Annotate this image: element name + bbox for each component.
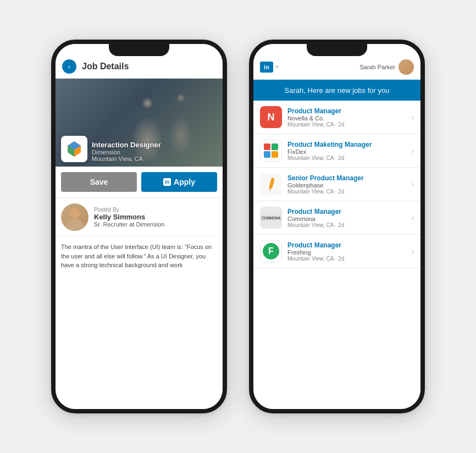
company-logo-commona: COMMONA [260, 207, 282, 229]
commona-logo-text: COMMONA [260, 215, 282, 221]
linkedin-tm: ™ [274, 65, 279, 70]
company-logo [61, 136, 87, 162]
job-item[interactable]: F Product Manager Freshing Mountain View… [253, 235, 420, 268]
job-company: Dimension [92, 149, 161, 156]
posted-by-label: Posted By [94, 207, 164, 213]
dimension-logo-icon [65, 140, 83, 158]
job-description: The mantra of the User Interface (UI) te… [56, 237, 223, 409]
job-hero-image: Interaction Designer Dimension Mountain … [56, 79, 223, 167]
job-item[interactable]: N Product Manager Novella & Co. Mountain… [253, 101, 420, 134]
avatar-body [66, 219, 84, 231]
job-title-2: Product Maketing Manager [287, 141, 406, 148]
job-info-3: Senior Product Manager Goldenphase Mount… [287, 174, 406, 195]
job-info-1: Product Manager Novella & Co. Mountain V… [287, 107, 406, 128]
right-phone: in ™ Sarah Parker Sarah, Here are new jo… [249, 40, 425, 413]
apply-label: Apply [174, 178, 195, 186]
phone-notch [109, 44, 169, 56]
fixdex-grid-icon [264, 143, 278, 158]
job-item[interactable]: COMMONA Product Manager Commona Mountain… [253, 201, 420, 235]
job-company-5: Freshing [287, 249, 406, 256]
jobs-list: N Product Manager Novella & Co. Mountain… [253, 101, 420, 409]
job-info-2: Product Maketing Manager FixDex Mountain… [287, 141, 406, 161]
company-logo-freshing: F [260, 240, 282, 262]
job-title: Interaction Designer [92, 141, 161, 149]
page-title: Job Details [82, 62, 129, 71]
left-phone-screen: ‹ Job Details Interaction Designer Dimen… [56, 44, 223, 409]
save-button[interactable]: Save [61, 172, 137, 192]
job-company-4: Commona [287, 216, 406, 222]
svg-rect-4 [269, 178, 275, 189]
job-company-2: FixDex [287, 148, 406, 155]
novella-logo-text: N [268, 112, 275, 123]
recruiter-name: Kelly Simmons [94, 213, 164, 221]
chevron-icon-3: › [411, 180, 414, 189]
job-location-5: Mountain View, CA · 2d [287, 256, 406, 262]
job-company-1: Novella & Co. [287, 115, 406, 121]
posted-by-section: Posted By Kelly Simmons Sr. Recruiter at… [56, 198, 223, 237]
linkedin-logo-box: in [260, 62, 273, 73]
user-name: Sarah Parker [359, 64, 395, 70]
job-company-3: Goldenphase [287, 182, 406, 189]
jobs-banner: Sarah, Here are new jobs for you [253, 80, 420, 101]
goldenphase-icon [263, 176, 279, 192]
job-title-4: Product Manager [287, 208, 406, 216]
recruiter-avatar [61, 203, 88, 231]
job-title-3: Senior Product Manager [287, 174, 406, 182]
back-button[interactable]: ‹ [62, 59, 76, 74]
job-info-5: Product Manager Freshing Mountain View, … [287, 241, 406, 262]
user-avatar[interactable] [398, 59, 414, 75]
banner-text: Sarah, Here are new jobs for you [285, 86, 390, 95]
linkedin-logo: in ™ [260, 62, 279, 73]
right-phone-screen: in ™ Sarah Parker Sarah, Here are new jo… [253, 44, 420, 409]
phone-notch-right [307, 44, 367, 56]
recruiter-title: Sr. Recruiter at Dimension [94, 221, 164, 228]
job-location-4: Mountain View, CA · 2d [287, 222, 406, 228]
company-logo-fixdex [260, 140, 282, 162]
avatar-face [69, 208, 80, 219]
svg-marker-5 [269, 189, 271, 191]
job-location-2: Mountain View, CA · 2d [287, 155, 406, 161]
chevron-icon-4: › [411, 213, 414, 222]
company-logo-novella: N [260, 106, 282, 128]
left-phone: ‹ Job Details Interaction Designer Dimen… [51, 40, 227, 413]
job-title-5: Product Manager [287, 241, 406, 249]
back-icon: ‹ [68, 64, 70, 70]
freshing-logo-f: F [263, 243, 279, 259]
company-logo-goldenphase [260, 173, 282, 195]
linkedin-apply-icon: in [163, 178, 171, 186]
linkedin-logo-text: in [264, 64, 269, 70]
job-item[interactable]: Senior Product Manager Goldenphase Mount… [253, 168, 420, 201]
job-title-1: Product Manager [287, 107, 406, 115]
chevron-icon-1: › [411, 113, 414, 121]
job-item[interactable]: Product Maketing Manager FixDex Mountain… [253, 134, 420, 168]
job-location-3: Mountain View, CA · 2d [287, 189, 406, 195]
job-location: Mountain View, CA [92, 156, 161, 162]
chevron-icon-2: › [411, 146, 414, 155]
chevron-icon-5: › [411, 247, 414, 256]
job-title-overlay: Interaction Designer Dimension Mountain … [92, 141, 161, 162]
action-buttons-bar: Save in Apply [56, 167, 223, 198]
user-info: Sarah Parker [359, 59, 414, 75]
apply-button[interactable]: in Apply [141, 172, 217, 192]
job-location-1: Mountain View, CA · 2d [287, 121, 406, 128]
job-info-4: Product Manager Commona Mountain View, C… [287, 208, 406, 228]
recruiter-info: Posted By Kelly Simmons Sr. Recruiter at… [94, 207, 164, 228]
